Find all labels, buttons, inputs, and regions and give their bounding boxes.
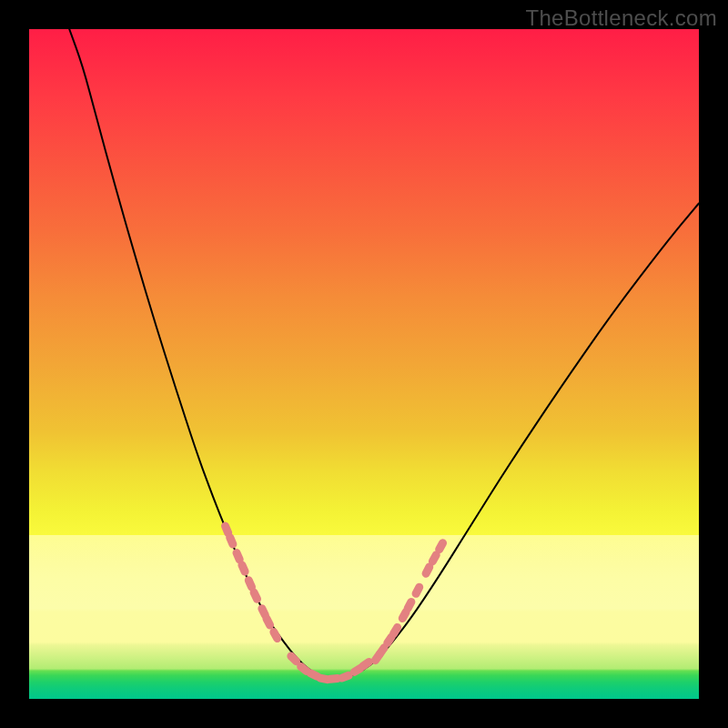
chart-svg xyxy=(29,29,699,699)
gradient-background xyxy=(29,29,699,699)
chart-frame: TheBottleneck.com xyxy=(0,0,728,728)
plot-area xyxy=(29,29,699,699)
watermark-text: TheBottleneck.com xyxy=(525,5,717,31)
